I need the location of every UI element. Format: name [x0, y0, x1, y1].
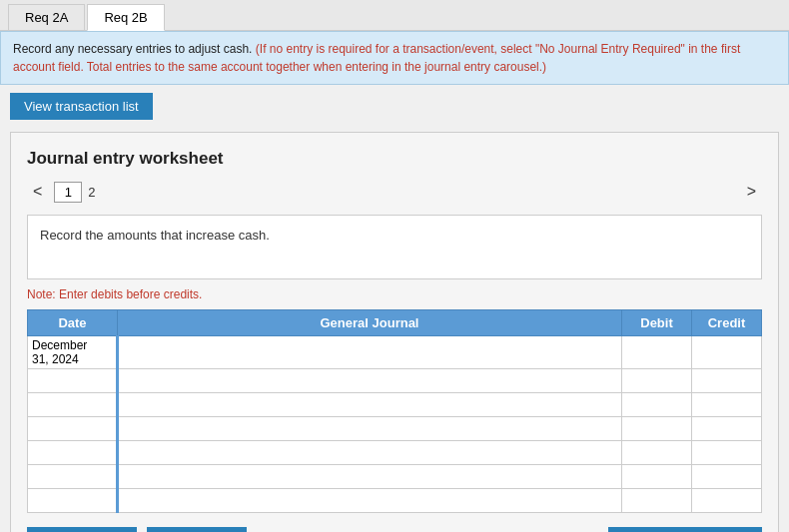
credit-input-5[interactable]: [692, 465, 761, 488]
journal-input-5[interactable]: [121, 465, 621, 488]
journal-input-4[interactable]: [121, 441, 621, 464]
credit-input-2[interactable]: [692, 393, 761, 416]
journal-table: Date General Journal Debit Credit Decemb…: [27, 309, 762, 513]
row-credit-0[interactable]: [692, 336, 762, 369]
worksheet-title: Journal entry worksheet: [27, 149, 762, 169]
table-row: December 31, 2024: [28, 336, 762, 369]
note-text: Note: Enter debits before credits.: [27, 287, 762, 301]
credit-input-1[interactable]: [692, 369, 761, 392]
row-journal-6[interactable]: [118, 489, 622, 513]
debit-input-0[interactable]: [622, 336, 691, 368]
row-debit-3[interactable]: [622, 417, 692, 441]
table-row: [28, 465, 762, 489]
row-credit-3[interactable]: [692, 417, 762, 441]
row-date-5: [28, 465, 118, 489]
row-debit-5[interactable]: [622, 465, 692, 489]
col-header-debit: Debit: [622, 310, 692, 336]
info-box: Record any necessary entries to adjust c…: [0, 31, 789, 85]
journal-input-2[interactable]: [121, 393, 621, 416]
debit-input-1[interactable]: [622, 369, 691, 392]
row-credit-4[interactable]: [692, 441, 762, 465]
table-row: [28, 489, 762, 513]
debit-input-2[interactable]: [622, 393, 691, 416]
prev-page-button[interactable]: <: [27, 181, 48, 203]
next-page-button[interactable]: >: [741, 181, 762, 203]
button-row: Record entry Clear entry View general jo…: [27, 527, 762, 532]
col-header-journal: General Journal: [118, 310, 622, 336]
credit-input-4[interactable]: [692, 441, 761, 464]
journal-input-1[interactable]: [121, 369, 621, 392]
journal-input-0[interactable]: [121, 336, 621, 368]
record-entry-button[interactable]: Record entry: [27, 527, 137, 532]
row-date-6: [28, 489, 118, 513]
row-date-4: [28, 441, 118, 465]
table-row: [28, 417, 762, 441]
worksheet-card: Journal entry worksheet < 1 2 > Record t…: [10, 132, 779, 532]
row-debit-6[interactable]: [622, 489, 692, 513]
table-row: [28, 441, 762, 465]
row-journal-4[interactable]: [118, 441, 622, 465]
row-credit-1[interactable]: [692, 369, 762, 393]
row-journal-3[interactable]: [118, 417, 622, 441]
row-date-0: December 31, 2024: [28, 336, 118, 369]
debit-input-5[interactable]: [622, 465, 691, 488]
journal-input-6[interactable]: [121, 489, 621, 512]
col-header-date: Date: [28, 310, 118, 336]
row-debit-2[interactable]: [622, 393, 692, 417]
tab-req2b[interactable]: Req 2B: [87, 4, 164, 31]
row-journal-2[interactable]: [118, 393, 622, 417]
credit-input-6[interactable]: [692, 489, 761, 512]
debit-input-3[interactable]: [622, 417, 691, 440]
view-general-journal-button[interactable]: View general journal: [608, 527, 762, 532]
row-credit-5[interactable]: [692, 465, 762, 489]
pagination: < 1 2 >: [27, 181, 762, 203]
journal-input-3[interactable]: [121, 417, 621, 440]
row-journal-1[interactable]: [118, 369, 622, 393]
row-debit-1[interactable]: [622, 369, 692, 393]
row-debit-0[interactable]: [622, 336, 692, 369]
view-transaction-button[interactable]: View transaction list: [10, 93, 153, 120]
credit-input-0[interactable]: [692, 336, 761, 368]
total-pages: 2: [88, 185, 95, 200]
tab-req2a[interactable]: Req 2A: [8, 4, 85, 30]
row-credit-6[interactable]: [692, 489, 762, 513]
credit-input-3[interactable]: [692, 417, 761, 440]
table-row: [28, 393, 762, 417]
description-box: Record the amounts that increase cash.: [27, 215, 762, 279]
row-credit-2[interactable]: [692, 393, 762, 417]
row-journal-0[interactable]: [118, 336, 622, 369]
col-header-credit: Credit: [692, 310, 762, 336]
row-date-2: [28, 393, 118, 417]
debit-input-6[interactable]: [622, 489, 691, 512]
row-journal-5[interactable]: [118, 465, 622, 489]
table-row: [28, 369, 762, 393]
clear-entry-button[interactable]: Clear entry: [147, 527, 247, 532]
current-page: 1: [54, 182, 82, 203]
row-date-1: [28, 369, 118, 393]
row-debit-4[interactable]: [622, 441, 692, 465]
info-text-normal: Record any necessary entries to adjust c…: [13, 42, 256, 56]
tabs-bar: Req 2A Req 2B: [0, 0, 789, 31]
debit-input-4[interactable]: [622, 441, 691, 464]
row-date-3: [28, 417, 118, 441]
